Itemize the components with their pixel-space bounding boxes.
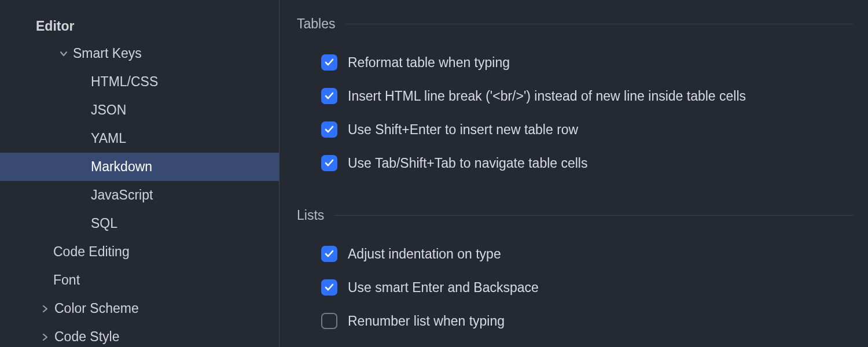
sidebar-item-label: YAML [91, 131, 126, 146]
option-label: Reformat table when typing [348, 55, 510, 71]
sidebar-item-javascript[interactable]: JavaScript [0, 181, 279, 209]
sidebar-item-json[interactable]: JSON [0, 96, 279, 124]
option-label: Renumber list when typing [348, 313, 505, 329]
sidebar-item-label: JSON [91, 102, 126, 118]
sidebar-item-font[interactable]: Font [0, 266, 279, 294]
section-header: Lists [297, 208, 853, 223]
option-reformat-table[interactable]: Reformat table when typing [297, 46, 853, 79]
divider [334, 215, 853, 216]
section-header: Tables [297, 16, 853, 32]
chevron-right-icon [36, 304, 54, 313]
divider [345, 24, 853, 24]
sidebar-item-label: HTML/CSS [91, 74, 158, 90]
sidebar-item-label: JavaScript [91, 187, 153, 203]
checkbox-icon[interactable] [321, 313, 337, 329]
option-smart-enter[interactable]: Use smart Enter and Backspace [297, 271, 853, 304]
option-renumber[interactable]: Renumber list when typing [297, 304, 853, 338]
sidebar-item-markdown[interactable]: Markdown [0, 153, 279, 181]
checkbox-icon[interactable] [321, 88, 337, 104]
option-adjust-indent[interactable]: Adjust indentation on type [297, 237, 853, 271]
settings-sidebar: Editor Smart Keys HTML/CSS JSON YAML Mar… [0, 0, 279, 347]
section-tables: Tables Reformat table when typing Insert… [297, 16, 853, 180]
option-label: Use smart Enter and Backspace [348, 280, 539, 296]
option-tab-nav[interactable]: Use Tab/Shift+Tab to navigate table cell… [297, 146, 853, 180]
sidebar-item-code-style[interactable]: Code Style [0, 323, 279, 347]
chevron-right-icon [36, 333, 54, 342]
sidebar-item-html-css[interactable]: HTML/CSS [0, 68, 279, 96]
checkbox-icon[interactable] [321, 279, 337, 296]
sidebar-item-code-editing[interactable]: Code Editing [0, 238, 279, 266]
section-title: Tables [297, 16, 335, 32]
sidebar-item-editor[interactable]: Editor [0, 10, 279, 39]
sidebar-item-label: SQL [91, 216, 117, 231]
sidebar-item-label: Markdown [91, 159, 152, 175]
checkbox-icon[interactable] [321, 121, 337, 138]
option-label: Adjust indentation on type [348, 246, 501, 262]
section-lists: Lists Adjust indentation on type Use sma… [297, 208, 853, 338]
section-title: Lists [297, 208, 324, 223]
sidebar-item-label: Code Style [54, 329, 120, 345]
settings-window: Editor Smart Keys HTML/CSS JSON YAML Mar… [0, 0, 868, 347]
sidebar-item-label: Code Editing [53, 244, 130, 260]
sidebar-item-label: Smart Keys [73, 46, 142, 61]
option-label: Use Shift+Enter to insert new table row [348, 122, 578, 138]
sidebar-item-color-scheme[interactable]: Color Scheme [0, 294, 279, 323]
chevron-down-icon [54, 49, 73, 58]
option-label: Use Tab/Shift+Tab to navigate table cell… [348, 156, 587, 171]
sidebar-item-yaml[interactable]: YAML [0, 124, 279, 153]
option-html-br[interactable]: Insert HTML line break ('<br/>') instead… [297, 79, 853, 113]
sidebar-item-label: Font [53, 272, 80, 288]
checkbox-icon[interactable] [321, 155, 337, 171]
settings-content: Tables Reformat table when typing Insert… [279, 0, 868, 347]
checkbox-icon[interactable] [321, 54, 337, 71]
sidebar-item-label: Editor [36, 19, 74, 34]
option-label: Insert HTML line break ('<br/>') instead… [348, 88, 746, 104]
option-shift-enter-row[interactable]: Use Shift+Enter to insert new table row [297, 113, 853, 146]
sidebar-item-sql[interactable]: SQL [0, 209, 279, 238]
sidebar-item-smart-keys[interactable]: Smart Keys [0, 39, 279, 68]
checkbox-icon[interactable] [321, 246, 337, 262]
sidebar-item-label: Color Scheme [54, 301, 139, 316]
